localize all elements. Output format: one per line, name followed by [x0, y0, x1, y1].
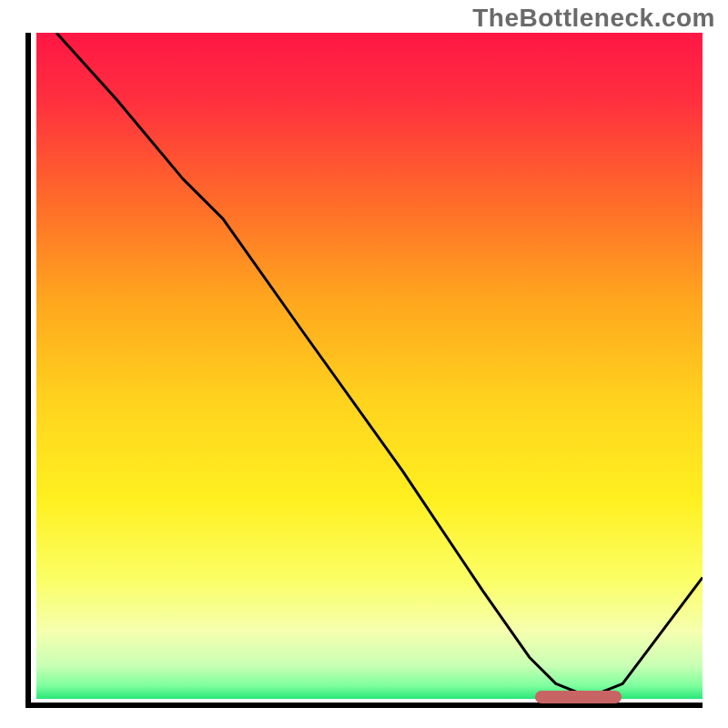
- curve: [36, 33, 703, 697]
- watermark: TheBottleneck.com: [472, 4, 715, 33]
- chart-container: TheBottleneck.com: [0, 0, 728, 728]
- plot-area: [25, 33, 703, 708]
- sweet-spot-marker: [535, 691, 622, 703]
